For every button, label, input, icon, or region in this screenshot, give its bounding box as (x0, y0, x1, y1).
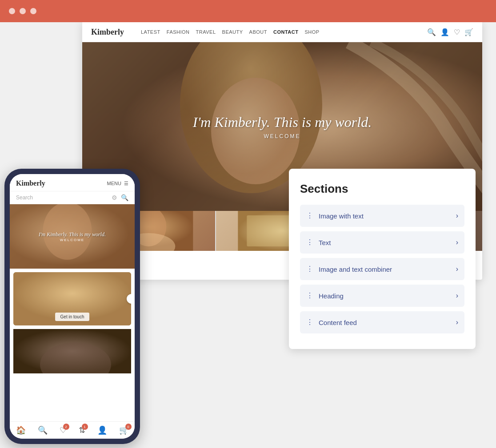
chevron-right-icon-text: › (456, 238, 458, 246)
mobile-phone: Kimberly MENU ☰ Search ⚙ 🔍 (4, 169, 140, 444)
section-item-heading[interactable]: ⋮ Heading › (300, 285, 464, 307)
mobile-hero-title: I'm Kimberly. This is my world. (39, 231, 106, 238)
window-dot-yellow[interactable] (20, 8, 26, 14)
drag-handle-icon-feed: ⋮ (306, 319, 313, 326)
bottom-home-icon[interactable]: 🏠 (16, 425, 26, 435)
cart-badge: 0 (125, 424, 132, 430)
top-bar (0, 0, 496, 22)
mobile-search-placeholder[interactable]: Search (16, 194, 33, 201)
cart-icon[interactable]: 🛒 (464, 28, 473, 36)
nav-link-travel[interactable]: TRAVEL (196, 29, 216, 35)
search-icon[interactable]: 🔍 (427, 28, 436, 36)
drag-handle-icon-text: ⋮ (306, 239, 313, 246)
mobile-hero-subtitle: WELCOME (39, 238, 106, 242)
window-dot-green[interactable] (30, 8, 36, 14)
mobile-card-image: Get in touch (13, 272, 131, 325)
bottom-heart-icon[interactable]: ♡ 2 (60, 425, 67, 435)
section-item-left-text: ⋮ Text (306, 239, 331, 246)
drag-handle-icon-heading: ⋮ (306, 292, 313, 299)
wishlist-icon[interactable]: ♡ (454, 28, 460, 36)
chevron-right-icon-heading: › (456, 292, 458, 300)
desktop-brand: Kimberly (91, 28, 124, 37)
mobile-nav: Kimberly MENU ☰ (10, 174, 135, 191)
bottom-share-icon[interactable]: ⇅ 1 (79, 425, 85, 435)
nav-link-latest[interactable]: LATEST (141, 29, 160, 35)
mobile-menu[interactable]: MENU ☰ (107, 181, 128, 186)
sections-title: Sections (300, 182, 464, 196)
get-in-touch-button[interactable]: Get in touch (55, 313, 90, 321)
section-item-image-text-combiner[interactable]: ⋮ Image and text combiner › (300, 258, 464, 280)
mobile-screen: Kimberly MENU ☰ Search ⚙ 🔍 (10, 174, 135, 439)
section-item-image-with-text[interactable]: ⋮ Image with text › (300, 205, 464, 227)
bottom-search-icon[interactable]: 🔍 (38, 425, 48, 435)
chevron-right-icon-combiner: › (456, 265, 458, 273)
hero-subtitle: WELCOME (193, 133, 372, 139)
section-item-text[interactable]: ⋮ Text › (300, 231, 464, 254)
section-label-combiner: Image and text combiner (319, 266, 392, 273)
heart-badge: 2 (63, 424, 69, 430)
mobile-menu-label: MENU (107, 181, 121, 186)
mobile-search-bar: Search ⚙ 🔍 (10, 191, 135, 204)
mobile-brand: Kimberly (16, 179, 45, 187)
section-label-image-with-text: Image with text (319, 212, 364, 220)
bottom-user-icon[interactable]: 👤 (97, 425, 107, 435)
share-badge: 1 (82, 424, 88, 430)
nav-link-beauty[interactable]: BEAUTY (222, 29, 243, 35)
nav-link-about[interactable]: ABOUT (249, 29, 267, 35)
section-label-text: Text (319, 239, 331, 246)
chevron-right-icon-feed: › (456, 318, 458, 326)
section-item-left-heading: ⋮ Heading (306, 292, 344, 300)
hamburger-icon[interactable]: ☰ (124, 181, 128, 186)
section-label-feed: Content feed (319, 319, 357, 326)
section-item-left-feed: ⋮ Content feed (306, 319, 357, 326)
mobile-card-2 (13, 329, 131, 373)
section-label-heading: Heading (319, 292, 344, 300)
section-item-content-feed[interactable]: ⋮ Content feed › (300, 311, 464, 333)
filter-icon[interactable]: ⚙ (112, 194, 117, 201)
section-item-left-combiner: ⋮ Image and text combiner (306, 266, 392, 273)
mobile-card-get-in-touch: Get in touch › (13, 272, 131, 325)
drag-handle-icon-combiner: ⋮ (306, 266, 313, 273)
desktop-nav-links: LATEST FASHION TRAVEL BEAUTY ABOUT CONTA… (141, 29, 419, 35)
sections-panel: Sections ⋮ Image with text › ⋮ Text › ⋮ … (289, 169, 476, 349)
nav-link-contact[interactable]: CONTACT (273, 29, 298, 35)
drag-handle-icon: ⋮ (306, 212, 313, 219)
section-item-left: ⋮ Image with text (306, 212, 364, 220)
nav-link-shop[interactable]: SHOP (304, 29, 319, 35)
mobile-hero-text: I'm Kimberly. This is my world. WELCOME (39, 231, 106, 242)
desktop-nav: Kimberly LATEST FASHION TRAVEL BEAUTY AB… (82, 22, 482, 42)
mobile-hero: I'm Kimberly. This is my world. WELCOME (10, 204, 135, 269)
chevron-right-icon: › (456, 212, 458, 220)
hero-text: I'm Kimberly. This is my world. WELCOME (193, 114, 372, 139)
window-dot-red[interactable] (9, 8, 15, 14)
user-icon[interactable]: 👤 (440, 28, 449, 36)
search-icon-mobile[interactable]: 🔍 (121, 194, 128, 201)
mobile-bottom-bar: 🏠 🔍 ♡ 2 ⇅ 1 👤 🛒 0 (10, 421, 135, 439)
bottom-cart-icon[interactable]: 🛒 0 (119, 425, 129, 435)
desktop-nav-icons: 🔍 👤 ♡ 🛒 (427, 28, 473, 36)
hero-title: I'm Kimberly. This is my world. (193, 114, 372, 131)
nav-link-fashion[interactable]: FASHION (167, 29, 190, 35)
